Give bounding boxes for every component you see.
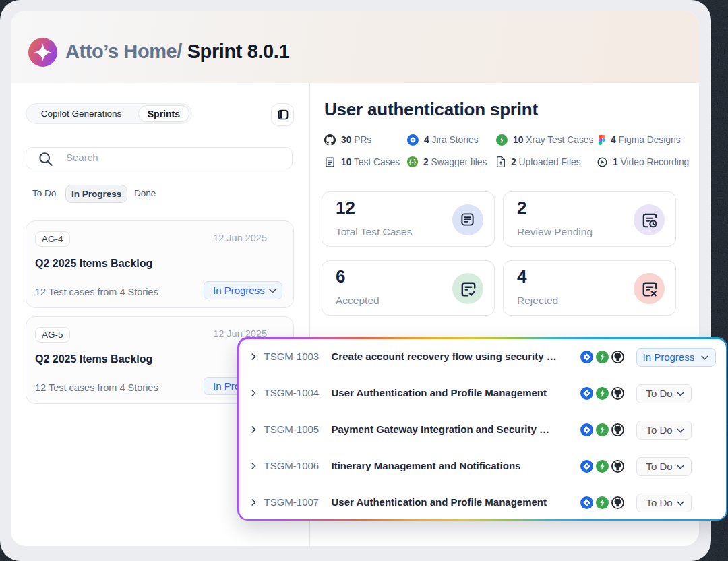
svg-text:{-}: {-}: [409, 158, 416, 165]
